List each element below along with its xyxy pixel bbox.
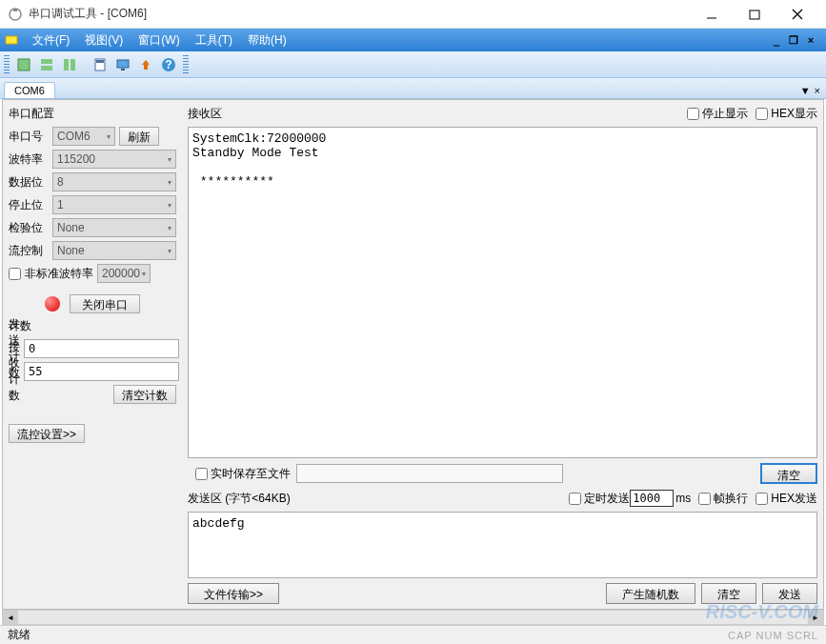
baud-label: 波特率 (9, 151, 49, 168)
menu-help[interactable]: 帮助(H) (240, 30, 294, 50)
save-file-path-input[interactable] (296, 464, 563, 483)
port-select[interactable]: COM6▾ (52, 127, 115, 146)
frame-wrap-checkbox[interactable] (698, 493, 711, 505)
maximize-button[interactable] (733, 1, 776, 28)
mdi-restore[interactable]: ❐ (786, 33, 801, 47)
app-menu-icon (4, 32, 19, 48)
svg-rect-3 (750, 10, 759, 19)
close-button[interactable] (776, 1, 818, 28)
tb-help-icon[interactable]: ? (158, 54, 179, 75)
svg-rect-9 (41, 66, 52, 70)
nonstd-baud-checkbox[interactable] (9, 268, 21, 280)
refresh-button[interactable]: 刷新 (119, 127, 159, 146)
flow-select[interactable]: None▾ (52, 241, 176, 260)
recv-textarea[interactable]: SystemClk:72000000 Standby Mode Test ***… (188, 127, 817, 458)
parity-select[interactable]: None▾ (52, 218, 176, 237)
nonstd-baud-label: 非标准波特率 (25, 266, 93, 282)
mdi-minimize[interactable]: ‗ (769, 33, 784, 47)
window-title: 串口调试工具 - [COM6] (29, 6, 690, 22)
tb-upload-icon[interactable] (135, 54, 156, 75)
timed-send-checkbox[interactable] (569, 493, 581, 505)
parity-label: 检验位 (9, 220, 49, 236)
realtime-save-label: 实时保存至文件 (211, 466, 291, 482)
recv-title: 接收区 (188, 106, 679, 122)
statusbar: 就绪 CAP NUM SCRL (0, 625, 826, 644)
baud-select[interactable]: 115200▾ (52, 150, 176, 169)
svg-rect-10 (64, 59, 69, 70)
svg-rect-8 (41, 59, 52, 64)
connection-status-icon (45, 296, 60, 312)
client-area: 串口配置 串口号 COM6▾ 刷新 波特率 115200▾ 数据位 8▾ 停止位… (2, 99, 824, 610)
tb-calc-icon[interactable] (90, 54, 111, 75)
scroll-left-icon[interactable]: ◄ (3, 611, 18, 624)
stopbits-select[interactable]: 1▾ (52, 195, 176, 214)
gen-random-button[interactable]: 产生随机数 (606, 583, 695, 604)
horizontal-scrollbar[interactable]: ◄ ► (2, 610, 824, 625)
svg-text:?: ? (165, 58, 171, 71)
realtime-save-checkbox[interactable] (195, 468, 208, 480)
tab-dropdown-icon[interactable]: ▼ (800, 85, 811, 96)
mdi-close[interactable]: × (803, 33, 818, 47)
databits-label: 数据位 (9, 174, 49, 191)
databits-select[interactable]: 8▾ (52, 172, 176, 191)
timed-send-label: 定时发送 (584, 491, 630, 507)
titlebar: 串口调试工具 - [COM6] (0, 0, 826, 29)
svg-rect-13 (96, 60, 104, 63)
file-transfer-button[interactable]: 文件传输>> (188, 583, 279, 604)
send-title: 发送区 (字节<64KB) (188, 491, 561, 507)
stopbits-label: 停止位 (9, 197, 49, 213)
svg-rect-7 (18, 59, 30, 70)
menu-window[interactable]: 窗口(W) (131, 30, 187, 50)
config-title: 串口配置 (9, 104, 176, 124)
svg-rect-6 (6, 36, 17, 44)
toolbar-grip (4, 55, 10, 74)
tab-close-icon[interactable]: × (815, 85, 820, 96)
hex-display-checkbox[interactable] (755, 108, 768, 120)
status-indicators: CAP NUM SCRL (728, 630, 818, 641)
svg-rect-15 (121, 69, 125, 70)
hex-send-label: HEX发送 (771, 491, 817, 507)
send-textarea[interactable]: abcdefg (188, 512, 817, 578)
count-title: 计数 (9, 316, 176, 336)
interval-unit: ms (675, 492, 691, 505)
svg-rect-1 (13, 9, 17, 11)
status-text: 就绪 (8, 627, 728, 643)
send-interval-input[interactable] (630, 490, 674, 507)
svg-rect-11 (71, 59, 75, 70)
nonstd-baud-select[interactable]: 200000▾ (97, 264, 151, 283)
hex-display-label: HEX显示 (771, 106, 817, 122)
close-port-button[interactable]: 关闭串口 (70, 294, 140, 313)
toolbar: ? (0, 51, 826, 78)
tb-monitor-icon[interactable] (112, 54, 133, 75)
flow-settings-button[interactable]: 流控设置>> (9, 424, 85, 443)
minimize-button[interactable] (690, 1, 733, 28)
menu-tools[interactable]: 工具(T) (188, 30, 240, 50)
recv-clear-button[interactable]: 清空 (760, 463, 817, 484)
app-icon (8, 7, 23, 22)
toolbar-grip-end (183, 55, 189, 74)
menu-file[interactable]: 文件(F) (25, 30, 77, 50)
stop-display-checkbox[interactable] (687, 108, 699, 120)
send-count-field[interactable] (24, 339, 179, 358)
send-clear-button[interactable]: 清空 (701, 583, 756, 604)
tabstrip: COM6 ▼ × (0, 78, 826, 99)
recv-count-field[interactable] (24, 362, 179, 381)
right-panel: 接收区 停止显示 HEX显示 SystemClk:72000000 Standb… (182, 100, 823, 609)
send-button[interactable]: 发送 (762, 583, 817, 604)
hex-send-checkbox[interactable] (755, 493, 768, 505)
tab-com6[interactable]: COM6 (4, 82, 55, 98)
config-panel: 串口配置 串口号 COM6▾ 刷新 波特率 115200▾ 数据位 8▾ 停止位… (3, 100, 182, 609)
tb-split-h-icon[interactable] (36, 54, 57, 75)
svg-rect-14 (117, 60, 129, 68)
menubar: 文件(F) 视图(V) 窗口(W) 工具(T) 帮助(H) ‗ ❐ × (0, 29, 826, 51)
frame-wrap-label: 帧换行 (714, 491, 748, 507)
port-label: 串口号 (9, 129, 49, 145)
menu-view[interactable]: 视图(V) (77, 30, 131, 50)
scroll-right-icon[interactable]: ► (808, 611, 823, 624)
stop-display-label: 停止显示 (702, 106, 748, 122)
tb-new-icon[interactable] (13, 54, 34, 75)
tb-split-v-icon[interactable] (59, 54, 80, 75)
flow-label: 流控制 (9, 243, 49, 259)
clear-count-button[interactable]: 清空计数 (113, 385, 176, 404)
